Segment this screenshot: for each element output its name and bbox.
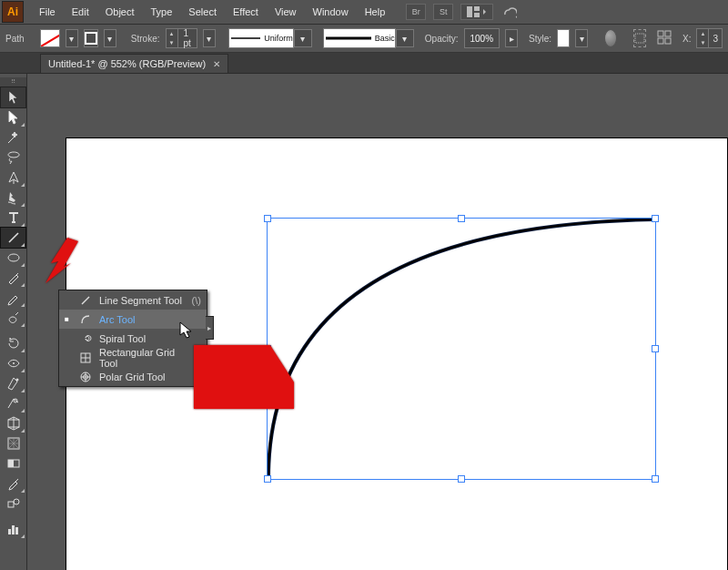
blend-tool[interactable] [1,494,25,514]
resize-handle[interactable] [652,215,659,222]
annotation-arrow [40,236,84,290]
stroke-weight-input[interactable]: ▲▼ 1 pt [166,28,197,48]
blob-brush-tool[interactable] [1,308,25,328]
svg-rect-0 [467,6,472,17]
resize-handle[interactable] [264,215,271,222]
transform-panel-button[interactable] [657,30,673,46]
mesh-tool[interactable] [1,433,25,453]
perspective-grid-tool[interactable] [1,413,25,433]
rotate-tool[interactable] [1,333,25,353]
free-transform-tool[interactable] [1,373,25,393]
menu-edit[interactable]: Edit [64,3,97,21]
pen-tool[interactable] [1,168,25,188]
recolor-artwork-icon[interactable] [604,29,617,47]
tools-panel-grip[interactable]: ⠿ [0,77,26,87]
flyout-line-tool[interactable]: Line Segment Tool(\) [59,290,207,310]
canvas-area[interactable]: Line Segment Tool(\)■Arc ToolSpiral Tool… [27,74,728,570]
svg-rect-20 [8,502,14,507]
svg-rect-19 [8,460,14,467]
opacity-input[interactable]: 100% [464,28,500,48]
svg-rect-10 [665,38,671,44]
resize-handle[interactable] [458,475,465,483]
direct-selection-tool[interactable] [1,107,25,127]
eyedropper-tool[interactable] [1,473,25,494]
menu-help[interactable]: Help [357,3,394,21]
tearoff-handle[interactable]: ▸ [206,316,214,340]
width-profile-dropdown-icon[interactable]: ▾ [294,29,312,47]
align-button[interactable] [633,29,646,47]
menu-effect[interactable]: Effect [225,3,267,21]
flyout-pgrid-tool[interactable]: Polar Grid Tool [59,367,207,386]
flyout-item-shortcut: (\) [192,295,201,306]
spiral-icon [79,332,92,345]
stroke-weight-dropdown-icon[interactable]: ▾ [203,29,216,47]
variable-width-profile[interactable]: Uniform [228,28,294,48]
magic-wand-tool[interactable] [1,127,25,148]
style-label: Style: [529,34,551,44]
svg-line-27 [82,297,89,304]
svg-point-12 [8,254,19,261]
flyout-item-label: Rectangular Grid Tool [99,347,194,369]
column-graph-tool[interactable] [1,519,25,539]
annotation-arrow [194,345,294,409]
pencil-tool[interactable] [1,288,25,308]
menu-object[interactable]: Object [97,3,143,21]
resize-handle[interactable] [458,215,465,222]
resize-handle[interactable] [652,475,659,483]
type-tool[interactable] [1,208,25,228]
bridge-button[interactable]: Br [406,4,426,20]
flyout-spiral-tool[interactable]: Spiral Tool [59,329,207,348]
line-icon [79,294,92,307]
fill-dropdown-icon[interactable]: ▾ [66,29,78,47]
selection-bounding-box[interactable] [267,218,656,480]
options-bar: Path ▾ ▾ Stroke: ▲▼ 1 pt ▾ Uniform ▾ Bas… [0,25,728,53]
svg-rect-6 [635,34,644,43]
gradient-tool[interactable] [1,453,25,473]
x-position-input[interactable]: ▲▼ 3 [696,28,723,48]
menu-type[interactable]: Type [143,3,181,21]
width-tool[interactable] [1,353,25,373]
lasso-tool[interactable] [1,148,25,168]
svg-line-11 [9,233,18,242]
menu-select[interactable]: Select [180,3,225,21]
stroke-swatch[interactable] [84,29,98,47]
brush-definition[interactable]: Basic [323,28,396,48]
arrange-documents-button[interactable] [460,4,493,20]
selection-tool[interactable] [1,87,25,107]
curvature-tool[interactable] [1,188,25,208]
menu-file[interactable]: File [31,3,64,21]
resize-handle[interactable] [264,475,271,483]
line-tools-flyout: Line Segment Tool(\)■Arc ToolSpiral Tool… [58,290,207,387]
shape-tool[interactable] [1,248,25,268]
stroke-dropdown-icon[interactable]: ▾ [104,29,116,47]
svg-point-13 [13,362,15,364]
sync-icon[interactable] [500,5,517,18]
document-tab-bar: Untitled-1* @ 552% (RGB/Preview) ✕ [0,53,728,74]
flyout-arc-tool[interactable]: ■Arc Tool [59,310,207,329]
document-tab[interactable]: Untitled-1* @ 552% (RGB/Preview) ✕ [40,54,228,73]
menu-view[interactable]: View [267,3,305,21]
stroke-label: Stroke: [131,34,160,44]
svg-line-31 [199,351,276,396]
svg-rect-8 [665,31,671,36]
menu-window[interactable]: Window [305,3,357,21]
graphic-style-swatch[interactable] [557,29,570,47]
object-type-label: Path [5,34,35,44]
opacity-dropdown-icon[interactable]: ▸ [505,29,518,47]
paintbrush-tool[interactable] [1,268,25,288]
svg-rect-1 [474,6,480,11]
app-logo: Ai [2,1,24,23]
svg-rect-23 [12,525,15,534]
resize-handle[interactable] [652,345,659,352]
pgrid-icon [79,371,92,383]
svg-rect-2 [474,13,480,17]
brush-dropdown-icon[interactable]: ▾ [396,29,414,47]
flyout-rgrid-tool[interactable]: Rectangular Grid Tool [59,348,207,367]
svg-line-3 [41,30,59,46]
fill-swatch[interactable] [40,29,60,47]
shape-builder-tool[interactable] [1,393,25,413]
close-tab-icon[interactable]: ✕ [213,59,220,69]
line-segment-tool[interactable] [1,228,25,248]
style-dropdown-icon[interactable]: ▾ [575,29,588,47]
stock-button[interactable]: St [433,4,453,20]
